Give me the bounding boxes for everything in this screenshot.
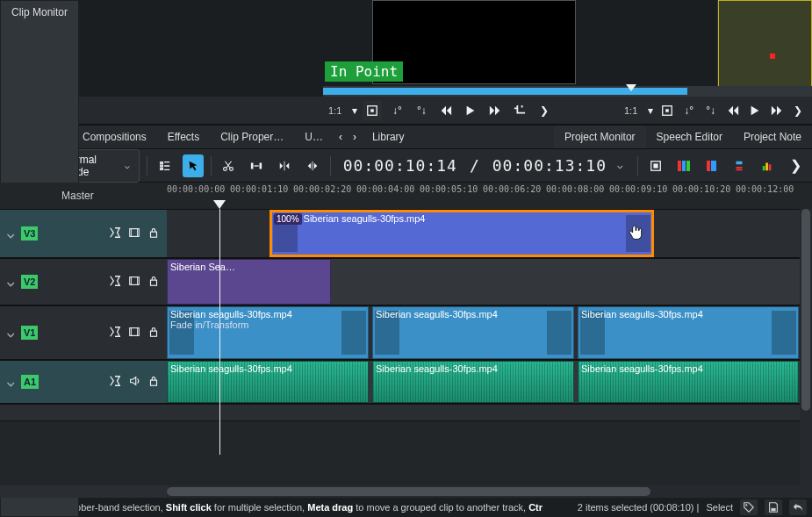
overwrite-zone-icon[interactable] xyxy=(302,154,323,177)
preview-render-icon[interactable] xyxy=(701,154,722,177)
zone-end-icon[interactable]: °↓ xyxy=(702,101,719,120)
clip-playhead-icon[interactable] xyxy=(626,84,636,91)
selection-tool-icon[interactable] xyxy=(183,154,204,177)
rewind-icon[interactable] xyxy=(436,101,456,120)
insert-zone-icon[interactable] xyxy=(274,154,295,177)
clip-v1-0[interactable]: Siberian seagulls-30fps.mp4 Fade in/Tran… xyxy=(167,306,369,359)
zoom-ratio[interactable]: 1:1 xyxy=(328,105,341,116)
track-badge[interactable]: V2 xyxy=(21,275,38,289)
effects-icon[interactable] xyxy=(109,375,121,390)
undo-icon[interactable] xyxy=(789,499,807,515)
tab-library[interactable]: Library xyxy=(362,126,415,148)
audio-levels-icon[interactable] xyxy=(757,154,778,177)
tab-project-monitor[interactable]: Project Monitor xyxy=(554,126,646,148)
collapse-icon[interactable]: ⌵ xyxy=(7,375,14,389)
forward-icon[interactable] xyxy=(768,101,785,120)
ruler-tick: 00:00:04:00 xyxy=(356,184,414,194)
effects-icon[interactable] xyxy=(109,326,121,341)
ruler-tick: 00:00:12:00 xyxy=(736,184,794,194)
forward-icon[interactable] xyxy=(485,101,505,120)
lock-icon[interactable] xyxy=(147,275,160,290)
track-header-v2[interactable]: ⌵ V2 xyxy=(0,259,167,305)
mix-clips-icon[interactable] xyxy=(673,154,694,177)
master-label[interactable]: Master xyxy=(0,183,167,202)
timeline-config-icon[interactable] xyxy=(154,154,176,177)
chevron-right-icon[interactable]: ❯ xyxy=(785,157,807,174)
clip-a1-0[interactable]: Siberian seagulls-30fps.mp4 xyxy=(167,361,369,403)
save-icon[interactable] xyxy=(765,499,782,515)
clip-monitor[interactable]: In Point xyxy=(323,0,717,97)
tab-compositions[interactable]: Compositions xyxy=(72,126,157,148)
film-icon[interactable] xyxy=(128,326,140,341)
film-icon[interactable] xyxy=(128,226,140,241)
tab-project-notes[interactable]: Project Note xyxy=(733,126,812,148)
playhead-icon[interactable] xyxy=(213,200,226,209)
render-preview-icon[interactable] xyxy=(729,154,750,177)
ruler-tick: 00:00:10:20 xyxy=(672,184,730,194)
zone-start-icon[interactable]: ↓° xyxy=(680,101,697,120)
collapse-icon[interactable]: ⌵ xyxy=(7,275,14,289)
tab-speech-editor[interactable]: Speech Editor xyxy=(646,126,733,148)
chevron-down-icon[interactable]: ⌵ xyxy=(617,160,623,171)
fullscreen-icon[interactable] xyxy=(363,101,382,120)
clip-v1-1[interactable]: Siberian seagulls-30fps.mp4 xyxy=(372,306,574,359)
track-body-a1[interactable]: Siberian seagulls-30fps.mp4 Siberian sea… xyxy=(167,361,812,403)
track-header-v3[interactable]: ⌵ V3 xyxy=(0,210,167,257)
zoom-ratio-r[interactable]: 1:1 xyxy=(624,105,637,116)
lock-icon[interactable] xyxy=(147,326,160,341)
timeline-ruler[interactable]: 00:00:00:0000:00:01:1000:00:02:2000:00:0… xyxy=(167,183,812,209)
play-icon[interactable] xyxy=(461,101,480,120)
clip-v1-2[interactable]: Siberian seagulls-30fps.mp4 xyxy=(578,306,799,359)
tab-clip-properties[interactable]: Clip Proper… xyxy=(210,126,294,148)
tag-icon[interactable] xyxy=(740,499,758,515)
tab-effects[interactable]: Effects xyxy=(157,126,210,148)
svg-rect-13 xyxy=(769,164,772,170)
track-body-v2[interactable]: Siberian Sea… xyxy=(167,259,812,305)
track-header-extra[interactable] xyxy=(0,405,167,420)
project-monitor[interactable] xyxy=(717,0,812,97)
chevron-down-icon[interactable]: ▾ xyxy=(352,104,357,117)
speaker-icon[interactable] xyxy=(128,375,140,390)
track-header-v1[interactable]: ⌵ V1 xyxy=(0,306,167,359)
clip-v3-0[interactable]: 100%Siberian seagulls-30fps.mp4 xyxy=(269,210,654,257)
horizontal-scrollbar[interactable] xyxy=(0,485,812,498)
collapse-icon[interactable]: ⌵ xyxy=(7,226,14,241)
vertical-scrollbar[interactable] xyxy=(800,209,812,498)
collapse-icon[interactable]: ⌵ xyxy=(7,326,14,340)
lock-icon[interactable] xyxy=(147,375,160,390)
track-header-a1[interactable]: ⌵ A1 xyxy=(0,361,167,403)
spacer-tool-icon[interactable] xyxy=(246,154,267,177)
razor-tool-icon[interactable] xyxy=(218,154,239,177)
effects-icon[interactable] xyxy=(109,226,121,241)
rewind-icon[interactable] xyxy=(724,101,741,120)
track-badge[interactable]: V1 xyxy=(21,326,38,340)
clip-a1-1[interactable]: Siberian seagulls-30fps.mp4 xyxy=(372,361,574,403)
status-selection: 2 items selected (00:08:10) | xyxy=(578,502,700,513)
tab-undo[interactable]: U… xyxy=(294,126,334,148)
lock-icon[interactable] xyxy=(147,226,160,241)
project-monitor-ruler[interactable] xyxy=(718,86,812,97)
scroll-right-icon[interactable]: › xyxy=(348,131,362,143)
chevron-right-icon[interactable]: ❯ xyxy=(790,101,807,120)
track-body-v1[interactable]: Siberian seagulls-30fps.mp4 Fade in/Tran… xyxy=(167,306,812,359)
timecode-position[interactable]: 00:00:10:14 xyxy=(343,156,457,175)
clip-v2-0[interactable]: Siberian Sea… xyxy=(167,259,331,305)
track-body-v3[interactable]: 100%Siberian seagulls-30fps.mp4 xyxy=(167,210,812,257)
film-icon[interactable] xyxy=(128,275,140,290)
clip-monitor-ruler[interactable] xyxy=(323,86,717,97)
clip-label: Siberian seagulls-30fps.mp4 xyxy=(581,309,703,320)
chevron-right-icon[interactable]: ❯ xyxy=(535,101,554,120)
play-icon[interactable] xyxy=(746,101,763,120)
clip-a1-2[interactable]: Siberian seagulls-30fps.mp4 xyxy=(578,361,799,403)
fullscreen-icon[interactable] xyxy=(658,101,675,120)
track-badge[interactable]: V3 xyxy=(21,226,38,241)
crop-icon[interactable] xyxy=(510,101,529,120)
zone-start-icon[interactable]: ↓° xyxy=(387,101,406,120)
chevron-down-icon[interactable]: ▾ xyxy=(648,104,653,117)
zone-end-icon[interactable]: °↓ xyxy=(412,101,431,120)
track-badge[interactable]: A1 xyxy=(21,375,39,389)
effects-icon[interactable] xyxy=(109,275,121,290)
scroll-left-icon[interactable]: ‹ xyxy=(334,131,348,143)
favorite-effects-icon[interactable] xyxy=(645,154,666,177)
track-body-extra[interactable] xyxy=(167,405,812,420)
